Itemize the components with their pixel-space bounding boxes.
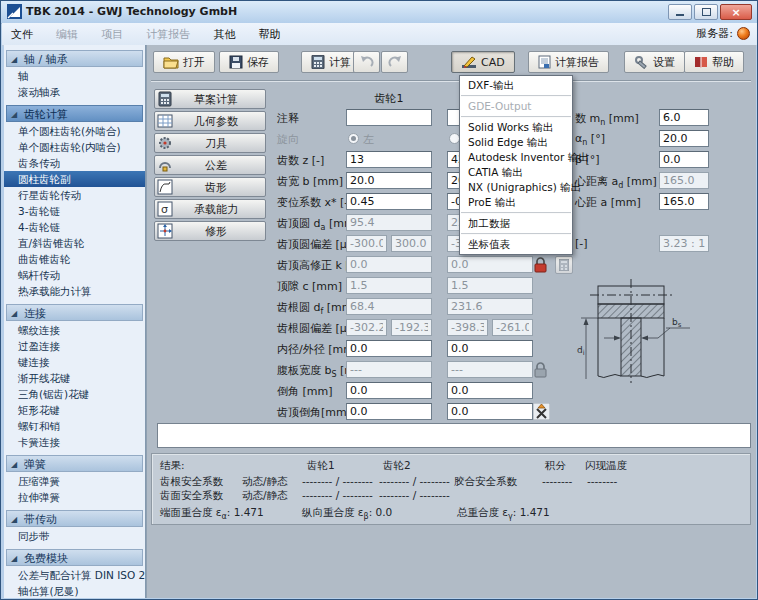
gear1-column-header: 齿轮1 [346, 91, 432, 106]
sidebar-item-timing-belt[interactable]: 同步带 [4, 528, 145, 544]
sidebar-item-rolling-bearing[interactable]: 滚动轴承 [4, 84, 145, 100]
calculator-icon [157, 91, 173, 107]
menu-item-nx-export[interactable]: NX (Unigraphics) 输出 [460, 180, 572, 195]
flank-safety-gear1-value: -------- / -------- [302, 489, 373, 501]
scuffing-safety-label: 胶合安全系数 [454, 475, 517, 489]
bore-gear1-input[interactable] [346, 340, 432, 357]
form-row-ref-center-distance: 心距离 ad [mm] [1, 172, 758, 190]
menu-separator [461, 233, 571, 235]
menu-item-inventor-export[interactable]: Autodesk Inventor 输出 [460, 150, 572, 165]
web-width-gear2-field [447, 361, 533, 378]
sidebar-item-snap-ring[interactable]: 卡簧连接 [4, 434, 145, 450]
helix-angle-input[interactable] [659, 151, 709, 168]
undo-icon [359, 55, 375, 69]
gray-lock-icon[interactable] [533, 361, 548, 378]
help-button[interactable]: 帮助 [684, 51, 744, 73]
sidebar-item-shaft[interactable]: 轴 [4, 68, 145, 84]
tip-chamfer-gear1-input[interactable] [346, 403, 432, 420]
redo-button [381, 51, 408, 73]
toolbar-separator [151, 80, 751, 82]
sidebar-section-shaft-bearing[interactable]: ◢轴 / 轴承 [6, 50, 143, 67]
tip-diameter-gear1-field [346, 214, 432, 231]
close-button[interactable]: × [720, 4, 752, 20]
scuffing-integral-value: -------- [542, 475, 572, 487]
server-status-indicator-icon [737, 27, 750, 40]
gear-cross-section-diagram: di bs [576, 279, 756, 399]
sidebar-item-compression-spring[interactable]: 压缩弹簧 [4, 473, 145, 489]
menu-separator [461, 116, 571, 118]
sidebar-section-free-modules[interactable]: ◢免费模块 [6, 549, 143, 566]
tip-correction-gear1-field [346, 256, 432, 273]
maximize-button[interactable] [694, 4, 718, 20]
results-integral-header: 积分 [545, 459, 566, 473]
ref-center-distance-label: 心距离 ad [mm] [575, 174, 657, 190]
sidebar-item-extension-spring[interactable]: 拉伸弹簧 [4, 489, 145, 505]
dyn-stat-label: 动态/静态 [242, 475, 288, 489]
menu-item-machining-data[interactable]: 加工数据 [460, 216, 572, 231]
menu-item-dxf-export[interactable]: DXF-输出 [460, 78, 572, 93]
chamfer-cross-icon[interactable] [533, 403, 550, 420]
sidebar-section-belt-drive[interactable]: ◢带传动 [6, 510, 143, 527]
sidebar-section-springs[interactable]: ◢弹簧 [6, 455, 143, 472]
help-book-icon [694, 55, 708, 69]
settings-button[interactable]: 设置 [624, 51, 685, 73]
undo-button [353, 51, 380, 73]
center-distance-input[interactable] [659, 193, 709, 210]
dyn-stat-label: 动态/静态 [242, 489, 288, 503]
chamfer-gear2-input[interactable] [447, 382, 533, 399]
bore-gear2-input[interactable] [447, 340, 533, 357]
pressure-angle-input[interactable] [659, 130, 709, 147]
minimize-button[interactable] [668, 4, 692, 20]
message-box [157, 423, 751, 448]
transverse-contact-ratio: 端面重合度 εα: 1.471 [160, 506, 264, 521]
server-status: 服务器: [696, 26, 750, 41]
save-floppy-icon [229, 55, 243, 69]
menu-help[interactable]: 帮助 [249, 24, 289, 43]
menu-item-catia-export[interactable]: CATIA 输出 [460, 165, 572, 180]
form-row-pressure-angle: αn [°] [1, 130, 758, 148]
module-input[interactable] [659, 109, 709, 126]
cad-dropdown-menu: DXF-输出 GDE-Output Solid Works 输出 Solid E… [459, 75, 573, 255]
menu-item-solidworks-export[interactable]: Solid Works 输出 [460, 120, 572, 135]
redo-icon [387, 55, 403, 69]
results-title: 结果: [160, 459, 185, 473]
sidebar-item-tolerance-din-iso-286[interactable]: 公差与配合计算 DIN ISO 286 [4, 567, 145, 583]
open-button[interactable]: 打开 [153, 51, 215, 73]
pressure-angle-label: αn [°] [575, 132, 605, 147]
menu-bar: 文件 编辑 项目 计算报告 其他 帮助 服务器: [2, 23, 758, 46]
calc-mini-button [555, 256, 573, 274]
tip-chamfer-gear2-input[interactable] [447, 403, 533, 420]
report-button[interactable]: 计算报告 [528, 51, 609, 73]
menu-item-solidedge-export[interactable]: Solid Edge 输出 [460, 135, 572, 150]
title-bar: TBK 2014 - GWJ Technology GmbH × [1, 1, 757, 24]
clearance-gear2-field [447, 277, 533, 294]
menu-other[interactable]: 其他 [204, 24, 244, 43]
inner-diameter-dim-label: di [577, 345, 585, 357]
form-row-helix-angle: β [°] [1, 151, 758, 169]
menu-item-gde-output: GDE-Output [460, 99, 572, 114]
cad-button[interactable]: CAD [451, 51, 515, 73]
draft-calculation-button[interactable]: 草案计算 [154, 89, 266, 109]
menu-item-coordinate-table[interactable]: 坐标值表 [460, 237, 572, 252]
menu-item-proe-export[interactable]: ProE 输出 [460, 195, 572, 210]
sidebar-item-shaft-estimate[interactable]: 轴估算(尼曼) [4, 583, 145, 598]
app-window: TBK 2014 - GWJ Technology GmbH × 文件 编辑 项… [0, 0, 758, 600]
maximize-icon [702, 8, 711, 16]
form-row-module: 数 mn [mm] [1, 109, 758, 127]
calculate-button[interactable]: 计算 [301, 51, 361, 73]
menu-file[interactable]: 文件 [2, 24, 42, 43]
save-button[interactable]: 保存 [219, 51, 279, 73]
settings-wrench-icon [634, 55, 649, 69]
results-gear1-header: 齿轮1 [307, 459, 335, 473]
tip-chamfer-label: 齿顶倒角[mm] [277, 405, 351, 420]
flank-safety-label: 齿面安全系数 [160, 489, 223, 503]
chamfer-gear1-input[interactable] [346, 382, 432, 399]
results-panel: 结果: 齿轮1 齿轮2 积分 闪现温度 齿根安全系数 动态/静态 -------… [151, 453, 751, 525]
form-row-tip-correction: 齿顶高修正 k [mm] [1, 256, 758, 274]
server-label: 服务器: [696, 26, 733, 41]
root-diameter-gear2-field [447, 298, 533, 315]
mini-calculator-icon [559, 259, 569, 271]
red-lock-icon[interactable] [533, 256, 548, 273]
collapse-triangle-icon: ◢ [11, 550, 17, 567]
open-folder-icon [163, 55, 179, 69]
